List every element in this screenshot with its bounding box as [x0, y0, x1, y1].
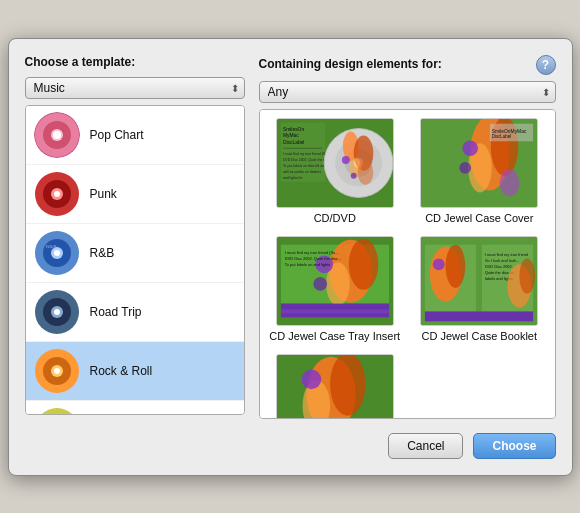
svg-point-88	[330, 354, 365, 416]
main-content: Choose a template: Music Photo Business …	[25, 55, 556, 419]
grid-item-tray[interactable]: I must find my true friend (So... DVD Di…	[268, 236, 403, 342]
cd-icon-pop-chart	[34, 112, 80, 158]
list-item-label: Road Trip	[90, 305, 142, 319]
svg-text:SmileOnMyMac: SmileOnMyMac	[492, 128, 527, 133]
svg-text:DiscLabel: DiscLabel	[492, 134, 511, 139]
grid-item-label: CD Jewel Case Tray Insert	[269, 330, 400, 342]
cd-icon-rock-roll	[34, 348, 80, 394]
cd-dvd-thumbnail: SmilesOn MyMac DiscLabel I must find my …	[276, 118, 394, 208]
svg-point-77	[433, 258, 445, 270]
svg-text:I must find my true friend: I must find my true friend	[485, 252, 528, 257]
svg-text:MyMac: MyMac	[283, 133, 299, 138]
choose-button[interactable]: Choose	[473, 433, 555, 459]
right-header: Containing design elements for: ?	[259, 55, 556, 75]
svg-point-90	[301, 369, 321, 389]
svg-text:R&B: R&B	[46, 244, 57, 249]
svg-point-20	[54, 368, 60, 374]
cd-icon-road-trip	[34, 289, 80, 335]
svg-point-56	[500, 168, 520, 196]
grid-item-label: CD Jewel Case Cover	[425, 212, 533, 224]
svg-point-49	[350, 172, 356, 178]
grid-row: SmilesOn MyMac DiscLabel I must find my …	[268, 118, 547, 224]
svg-point-55	[460, 162, 472, 174]
svg-point-11	[54, 250, 60, 256]
template-category-dropdown[interactable]: Music Photo Business Personal	[25, 77, 245, 99]
svg-point-3	[54, 132, 60, 138]
jewel-cover-thumbnail: SmileOnMyMac DiscLabel	[420, 118, 538, 208]
grid-item-label: CD/DVD	[314, 212, 356, 224]
svg-point-54	[463, 140, 479, 156]
svg-text:I must find my true friend (So: I must find my true friend (So...	[285, 250, 339, 255]
list-item-label: Pop Chart	[90, 128, 144, 142]
svg-text:I must find my true friend (So: I must find my true friend (So...	[283, 152, 330, 156]
svg-rect-85	[425, 311, 533, 321]
svg-point-21	[35, 408, 79, 415]
grid-row: RockAndRoll-Disc-Label	[268, 354, 547, 419]
list-item[interactable]: R&B R&B	[26, 224, 244, 283]
svg-point-63	[349, 238, 378, 289]
svg-rect-71	[281, 309, 389, 313]
list-item-label: Rock & Roll	[90, 364, 153, 378]
cd-icon-punk	[34, 171, 80, 217]
list-item[interactable]: Rock & Roll	[26, 342, 244, 401]
svg-point-66	[313, 277, 327, 291]
help-icon[interactable]: ?	[536, 55, 556, 75]
cd-icon-rb: R&B	[34, 230, 80, 276]
svg-point-1	[43, 121, 71, 149]
grid-item-booklet[interactable]: I must find my true friend So I look and…	[412, 236, 547, 342]
svg-point-7	[54, 191, 60, 197]
cancel-button[interactable]: Cancel	[388, 433, 463, 459]
svg-text:SmilesOn: SmilesOn	[283, 126, 305, 131]
design-elements-dropdown-container: Any CD/DVD Jewel Case Booklet ⬍	[259, 81, 556, 103]
grid-item-label: CD Jewel Case Booklet	[421, 330, 537, 342]
left-panel: Choose a template: Music Photo Business …	[25, 55, 245, 415]
svg-point-84	[520, 258, 536, 293]
svg-text:So I look and look...: So I look and look...	[485, 258, 519, 263]
right-panel: Containing design elements for: ? Any CD…	[259, 55, 556, 419]
left-panel-label: Choose a template:	[25, 55, 245, 69]
svg-text:DVD Disc 2002.: DVD Disc 2002.	[485, 264, 513, 269]
grid-item-extra[interactable]: RockAndRoll-Disc-Label	[268, 354, 403, 419]
list-item[interactable]: Pop Chart	[26, 106, 244, 165]
list-item[interactable]: Road Trip	[26, 283, 244, 342]
svg-text:well as smiles on dashes: well as smiles on dashes	[283, 169, 321, 173]
svg-point-0	[35, 113, 79, 157]
grid-item-cd-dvd[interactable]: SmilesOn MyMac DiscLabel I must find my …	[268, 118, 403, 224]
design-elements-dropdown[interactable]: Any CD/DVD Jewel Case Booklet	[259, 81, 556, 103]
svg-text:and lights for: and lights for	[283, 175, 304, 179]
list-item[interactable]: Punk	[26, 165, 244, 224]
booklet-thumbnail: I must find my true friend So I look and…	[420, 236, 538, 326]
svg-point-47	[357, 161, 373, 185]
extra-thumbnail: RockAndRoll-Disc-Label	[276, 354, 394, 419]
template-grid: SmilesOn MyMac DiscLabel I must find my …	[259, 109, 556, 419]
svg-text:DiscLabel: DiscLabel	[283, 140, 305, 145]
tray-thumbnail: I must find my true friend (So... DVD Di…	[276, 236, 394, 326]
svg-point-48	[342, 156, 350, 164]
svg-point-76	[446, 244, 466, 287]
list-item-label: R&B	[90, 246, 115, 260]
cd-icon-wiredheads	[34, 407, 80, 415]
right-panel-label: Containing design elements for:	[259, 57, 442, 71]
grid-row: I must find my true friend (So... DVD Di…	[268, 236, 547, 342]
svg-point-16	[54, 309, 60, 315]
list-item-label: Punk	[90, 187, 117, 201]
template-chooser-dialog: Choose a template: Music Photo Business …	[8, 38, 573, 476]
grid-item-jewel-cover[interactable]: SmileOnMyMac DiscLabel CD Jewel Case Cov…	[412, 118, 547, 224]
list-item[interactable]: Wiredheads	[26, 401, 244, 415]
svg-text:DVD Disc 2002. Quite the disc.: DVD Disc 2002. Quite the disc...	[285, 256, 341, 261]
svg-point-2	[51, 129, 63, 141]
template-category-dropdown-container: Music Photo Business Personal ⬍	[25, 77, 245, 99]
svg-text:To put labels on and lights: To put labels on and lights	[285, 262, 330, 267]
template-list: Pop Chart Punk	[25, 105, 245, 415]
footer-bar: Cancel Choose	[25, 429, 556, 459]
